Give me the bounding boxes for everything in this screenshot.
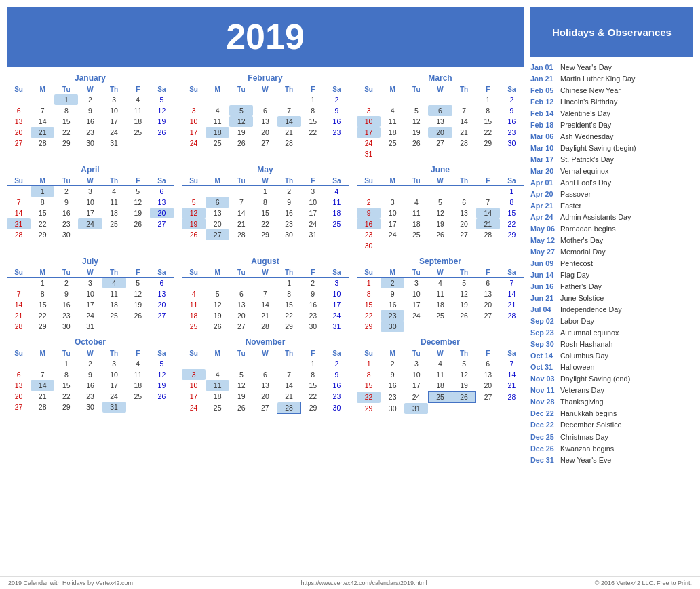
calendar-day: 28 [229, 229, 253, 240]
calendar-day: 27 [150, 310, 174, 321]
weekday-header: F [126, 268, 150, 278]
holiday-name: April Fool's Day [560, 178, 611, 187]
calendar-day: 29 [476, 138, 500, 149]
weekday-header: M [206, 349, 229, 358]
month-block-december: DecemberSuMTuWThFSa123456789101112131415… [357, 337, 524, 414]
calendar-day: 29 [54, 402, 78, 413]
calendar-day: 5 [206, 288, 229, 299]
calendar-day: 11 [381, 116, 404, 127]
calendar-day: 14 [31, 116, 54, 127]
calendar-day: 14 [500, 288, 524, 299]
calendar-day: 18 [102, 299, 126, 310]
weekday-header: W [253, 349, 277, 358]
calendar-day: 1 [357, 278, 381, 289]
calendar-day: 2 [381, 358, 404, 370]
calendar-day [404, 240, 428, 251]
weekday-header: W [253, 85, 277, 94]
weekday-header: M [206, 268, 229, 278]
weekday-header: Th [452, 349, 476, 358]
weekday-header: M [31, 176, 54, 186]
weekday-header: F [301, 85, 325, 94]
calendar-day: 30 [277, 229, 301, 240]
calendar-day [476, 149, 500, 159]
calendar-day [150, 402, 174, 413]
calendar-day [7, 186, 31, 197]
weekday-header: Sa [500, 85, 524, 94]
calendar-day: 28 [500, 392, 524, 403]
weekday-header: W [253, 268, 277, 278]
calendar-day: 23 [381, 310, 404, 321]
calendar-day: 14 [277, 380, 301, 391]
holiday-date: Feb 14 [530, 109, 556, 118]
holiday-item: Apr 21Easter [530, 200, 693, 211]
calendar-day: 1 [253, 186, 277, 197]
calendar-day: 12 [229, 116, 253, 127]
calendar-day: 9 [357, 208, 381, 218]
calendar-day: 13 [7, 380, 31, 391]
calendar-day: 27 [7, 402, 31, 413]
holiday-name: Hanukkah begins [560, 408, 617, 418]
calendar-day: 29 [357, 321, 381, 332]
holiday-date: Nov 28 [530, 397, 556, 406]
holiday-date: Mar 06 [530, 132, 556, 141]
calendar-day: 31 [301, 229, 325, 240]
calendar-day [229, 94, 253, 106]
weekday-header: Su [357, 85, 381, 94]
holiday-name: Independence Day [560, 305, 622, 314]
holiday-item: Sep 23Autumnal equinox [530, 327, 693, 339]
calendar-day [229, 278, 253, 289]
calendar-day: 3 [404, 278, 428, 289]
footer-center: https://www.vertex42.com/calendars/2019.… [300, 580, 427, 586]
calendar-day: 19 [452, 299, 476, 310]
month-title: October [7, 337, 174, 347]
calendar-day: 15 [54, 380, 78, 391]
calendar-day: 7 [476, 197, 500, 208]
calendar-day: 28 [452, 138, 476, 149]
weekday-header: M [206, 176, 229, 186]
calendar-day: 9 [325, 105, 349, 116]
calendar-day: 15 [31, 299, 54, 310]
calendar-day [381, 149, 404, 159]
calendar-day [126, 321, 150, 332]
weekday-header: F [301, 176, 325, 186]
calendar-day [476, 240, 500, 251]
weekday-header: Th [452, 268, 476, 278]
holiday-date: Jan 01 [530, 62, 556, 72]
calendar-day: 9 [500, 105, 524, 116]
calendar-day [476, 186, 500, 197]
calendar-day: 7 [277, 105, 301, 116]
calendar-day: 1 [277, 278, 301, 289]
calendar-day: 22 [357, 310, 381, 321]
calendar-day: 7 [277, 369, 301, 380]
calendar-day [182, 358, 206, 370]
calendar-day: 11 [102, 197, 126, 208]
calendar-day: 5 [126, 186, 150, 197]
calendar-day: 18 [206, 127, 229, 138]
calendar-day: 26 [150, 391, 174, 402]
weekday-header: Su [182, 85, 206, 94]
calendar-day: 26 [182, 229, 206, 240]
calendar-day: 5 [126, 278, 150, 289]
calendar-day [357, 186, 381, 197]
calendar-day: 9 [381, 369, 404, 380]
calendar-day: 1 [301, 358, 325, 370]
calendar-day: 3 [381, 197, 404, 208]
calendar-day: 24 [78, 310, 102, 321]
calendar-day [102, 229, 126, 240]
calendar-day: 24 [102, 391, 126, 402]
calendar-day: 25 [206, 138, 229, 149]
calendar-day: 25 [182, 321, 206, 332]
calendar-day: 5 [229, 105, 253, 116]
holiday-item: Nov 11Veterans Day [530, 385, 693, 396]
holiday-item: Oct 14Columbus Day [530, 350, 693, 362]
month-title: January [7, 73, 174, 83]
holiday-date: Jan 21 [530, 74, 556, 83]
calendar-day: 18 [206, 391, 229, 402]
holiday-date: Apr 01 [530, 178, 556, 187]
month-table: SuMTuWThFSa12345678910111213141516171819… [357, 176, 524, 251]
weekday-header: Tu [229, 85, 253, 94]
month-title: March [357, 73, 524, 83]
holiday-date: May 12 [530, 235, 556, 245]
calendar-day [428, 94, 452, 106]
holiday-date: May 06 [530, 224, 556, 233]
